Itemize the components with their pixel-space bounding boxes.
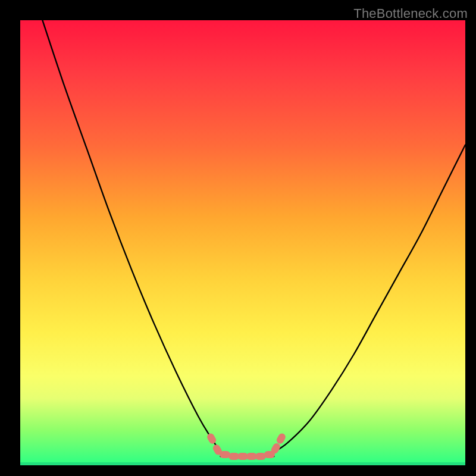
left-curve — [42, 20, 220, 452]
chart-stage: TheBottleneck.com — [0, 0, 476, 476]
plot-area — [20, 20, 465, 465]
marker-group — [206, 432, 287, 460]
valley-marker — [206, 432, 217, 445]
right-curve — [274, 145, 465, 452]
bottom-green-bar — [20, 462, 465, 465]
curve-layer — [20, 20, 465, 465]
watermark-text: TheBottleneck.com — [353, 6, 468, 21]
valley-marker — [275, 432, 287, 445]
